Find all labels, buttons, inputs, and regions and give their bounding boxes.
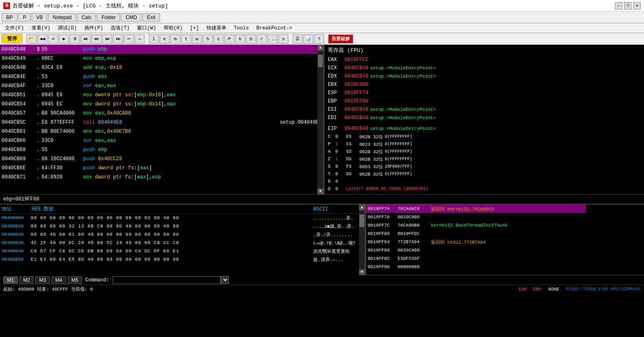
disasm-row[interactable]: 0040CB51.8945 E8mov dword ptr ss:[ebp-0x… — [0, 90, 323, 100]
notepad-button[interactable]: Notepad — [48, 13, 76, 22]
minimize-button[interactable]: — — [615, 2, 622, 10]
hex-scroll-track[interactable] — [359, 210, 365, 269]
disasm-row[interactable]: 0040CB48$55push ebp — [0, 45, 323, 54]
hex-scrollbar[interactable]: ▲ ▼ — [359, 205, 365, 275]
c-button[interactable]: c — [214, 34, 224, 44]
disasm-row[interactable]: 0040CB71.64:8920mov dword ptr fs:[eax],e… — [0, 173, 323, 182]
hex-row[interactable]: 0040D00000 00 00 00 00 00 00 00 00 00 00… — [0, 214, 365, 222]
menu-options[interactable]: 选项(T) — [107, 24, 133, 32]
step-button[interactable]: ⏭ — [81, 34, 91, 44]
hex-col-ascii: ASCII — [313, 206, 363, 212]
tab-m1[interactable]: M1 — [3, 276, 18, 284]
menu-tools[interactable]: Tools — [231, 24, 252, 32]
step2-button[interactable]: ⏭ — [91, 34, 101, 44]
title-left: 吾 吾爱破解 - setup.exe - [LCG - 主线程, 模块 - se… — [3, 2, 168, 10]
restore-button[interactable]: ❐ — [624, 2, 632, 10]
open-button[interactable]: 📂 — [27, 34, 37, 44]
tab-m2[interactable]: M2 — [20, 276, 34, 284]
hex-row-bytes: 00 00 00 00 00 00 00 00 00 00 00 00 02 8… — [31, 215, 313, 220]
close-button[interactable]: ✕ — [633, 2, 641, 10]
menu-breakpoint[interactable]: BreakPoint-> — [253, 24, 295, 32]
hex-row[interactable]: 0040D0304C 1F 40 00 DC 20 40 00 5C 24 40… — [0, 239, 365, 247]
disasm-row[interactable]: 0040CB4F.33C0xor eax,eax — [0, 81, 323, 90]
hex-row[interactable]: 0040D040C9 D7 CF C8 DC CE DB D8 D9 DA D9… — [0, 247, 365, 255]
menu-help[interactable]: 帮助(H) — [160, 24, 186, 32]
hex-pane[interactable]: 地址 HEX 数据 ASCII 0040D00000 00 00 00 00 0… — [0, 205, 366, 275]
vb-button[interactable]: VB — [32, 13, 47, 22]
disasm-row[interactable]: 0040CB69.68 28CC4000push 0x40CC28 — [0, 154, 323, 164]
disasm-row[interactable]: 0040CB54.8945 ECmov dword ptr ss:[ebp-0x… — [0, 100, 323, 109]
m-button[interactable]: m — [170, 34, 180, 44]
w-button[interactable]: w — [192, 34, 202, 44]
s-button[interactable]: s — [278, 34, 288, 44]
run-button[interactable]: ▶ — [59, 34, 69, 44]
hex-row[interactable]: 0040D01000 00 00 00 32 13 8B C0 00 8D 40… — [0, 222, 365, 230]
menu-debug[interactable]: 调试(D) — [54, 24, 80, 32]
cmd-button[interactable]: CMD — [121, 13, 141, 22]
cap-p-button[interactable]: P — [224, 34, 234, 44]
menu-shortcuts[interactable]: 快捷菜单 — [203, 24, 230, 32]
hex-row-bytes: 00 00 00 00 32 13 8B C0 00 8D 40 00 00 8… — [31, 224, 313, 229]
step3-button[interactable]: ⏭ — [102, 34, 112, 44]
hex-scroll-down[interactable]: ▼ — [359, 269, 365, 275]
exit-button[interactable]: Exit — [143, 13, 160, 22]
disasm-row[interactable]: 0040CB68.55push ebp — [0, 145, 323, 154]
tab-m5[interactable]: M5 — [68, 276, 82, 284]
window-controls[interactable]: — ❐ ✕ — [615, 2, 641, 10]
b-button[interactable]: b — [246, 34, 256, 44]
scroll-down-arrow[interactable]: ▼ — [317, 188, 323, 194]
command-input[interactable] — [113, 276, 221, 284]
disasm-row[interactable]: 0040CB4E.53push ebx — [0, 72, 323, 81]
pause2-button[interactable]: ⏸ — [70, 34, 80, 44]
disasm-row[interactable]: 0040CB5C.E8 877EFFFFcall 004049E8setup.0… — [0, 118, 323, 127]
h-button[interactable]: h — [203, 34, 213, 44]
menu-plus[interactable]: [+] — [187, 24, 202, 32]
fwd-button[interactable]: ⇒ — [135, 34, 145, 44]
dots-button[interactable]: ... — [268, 34, 278, 44]
pause-button[interactable]: 暂停 — [2, 34, 22, 44]
scroll-up-arrow[interactable]: ▲ — [317, 45, 323, 51]
e-button[interactable]: e — [160, 34, 170, 44]
tab-m4[interactable]: M4 — [52, 276, 66, 284]
hex-scroll-up[interactable]: ▲ — [359, 205, 365, 210]
tab-m3[interactable]: M3 — [35, 276, 50, 284]
command-dropdown[interactable]: ▼ — [221, 276, 229, 284]
menu-window[interactable]: 窗口(W) — [134, 24, 160, 32]
list-button[interactable]: ☰ — [293, 34, 302, 44]
disasm-row[interactable]: 0040CB66.33C0xor eax,eax — [0, 136, 323, 145]
t-button[interactable]: t — [181, 34, 191, 44]
rewind-button[interactable]: ◀◀ — [37, 34, 47, 44]
help2-button[interactable]: ? — [314, 34, 324, 44]
p-button[interactable]: P — [18, 13, 31, 22]
calc-button[interactable]: Calc — [77, 13, 96, 22]
scroll-track[interactable] — [317, 51, 323, 188]
folder-button[interactable]: Folder — [97, 13, 120, 22]
disasm-row[interactable]: 0040CB4B.83C4 E8add esp,-0x18 — [0, 63, 323, 72]
brand-button[interactable]: 吾爱破解 — [328, 34, 353, 44]
disasm-row[interactable]: 0040CB57.B8 98CA4000mov eax,0x40CA98 — [0, 109, 323, 118]
hex-row[interactable]: 0040D02000 8D 40 00 01 8D 40 00 00 00 00… — [0, 230, 365, 239]
chart-button[interactable]: 📊 — [303, 34, 313, 44]
l-button[interactable]: l — [149, 34, 159, 44]
flag-seg-val: 0023 32位 — [359, 141, 383, 147]
hex-scroll-thumb[interactable] — [359, 215, 364, 227]
menu-plugin[interactable]: 插件(P) — [81, 24, 107, 32]
scroll-thumb[interactable] — [318, 55, 323, 67]
step4-button[interactable]: ⏭ — [113, 34, 123, 44]
disasm-scrollbar[interactable]: ▲ ▼ — [317, 45, 323, 194]
disasm-row[interactable]: 0040CB6E.64:FF30push dword ptr fs:[eax] — [0, 164, 323, 173]
disasm-row[interactable]: 0040CB49.8BECmov ebp,esp — [0, 54, 323, 63]
k-button[interactable]: k — [235, 34, 245, 44]
ret-button[interactable]: ↩ — [124, 34, 134, 44]
bp-button[interactable]: BP — [2, 13, 17, 22]
hex-row[interactable]: 0040D050E1 E3 00 E4 E5 8D 40 00 03 00 00… — [0, 255, 365, 264]
disasm-pane[interactable]: 0040CB48$55push ebp0040CB49.8BECmov ebp,… — [0, 45, 324, 194]
disasm-bytes: E8 877EFFFF — [42, 120, 83, 125]
stop-button[interactable]: ✕ — [48, 34, 58, 44]
menu-view[interactable]: 查看(V) — [28, 24, 54, 32]
disasm-row[interactable]: 0040CB61.BB B8E74000mov ebx,0x40E7B8 — [0, 127, 323, 136]
blog-link[interactable]: https://blog.csdn.net/LCGMount — [566, 287, 641, 291]
r-button[interactable]: r — [257, 34, 267, 44]
menu-file[interactable]: 文件(F) — [2, 24, 27, 32]
flag-name: S — [328, 164, 334, 169]
